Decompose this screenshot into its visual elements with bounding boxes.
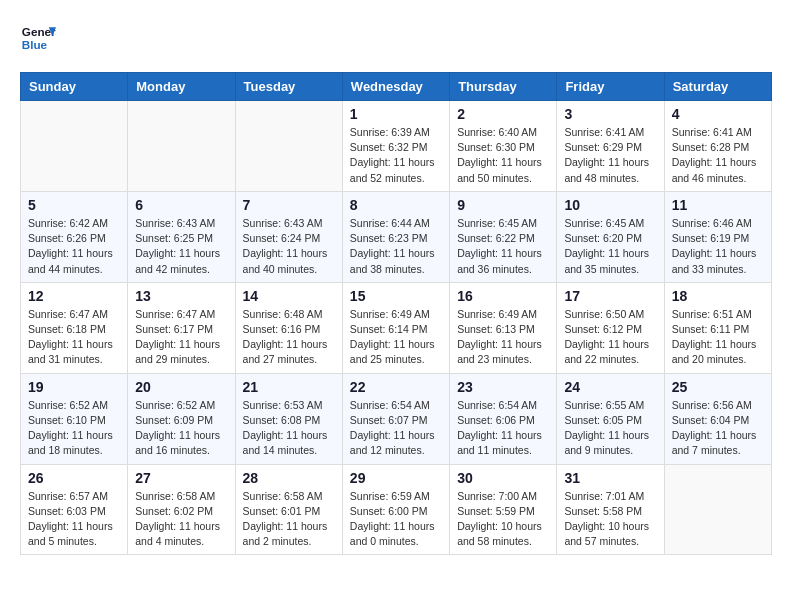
calendar-cell: 3Sunrise: 6:41 AMSunset: 6:29 PMDaylight… [557,101,664,192]
day-number: 8 [350,197,442,213]
calendar-cell: 27Sunrise: 6:58 AMSunset: 6:02 PMDayligh… [128,464,235,555]
day-number: 9 [457,197,549,213]
calendar-cell: 1Sunrise: 6:39 AMSunset: 6:32 PMDaylight… [342,101,449,192]
day-info: Sunrise: 6:49 AMSunset: 6:14 PMDaylight:… [350,307,442,368]
calendar-header-row: SundayMondayTuesdayWednesdayThursdayFrid… [21,73,772,101]
day-info: Sunrise: 6:58 AMSunset: 6:02 PMDaylight:… [135,489,227,550]
day-info: Sunrise: 6:58 AMSunset: 6:01 PMDaylight:… [243,489,335,550]
weekday-header-saturday: Saturday [664,73,771,101]
day-info: Sunrise: 6:45 AMSunset: 6:22 PMDaylight:… [457,216,549,277]
calendar-cell: 25Sunrise: 6:56 AMSunset: 6:04 PMDayligh… [664,373,771,464]
day-number: 31 [564,470,656,486]
day-number: 15 [350,288,442,304]
calendar-cell [664,464,771,555]
day-number: 4 [672,106,764,122]
day-info: Sunrise: 6:59 AMSunset: 6:00 PMDaylight:… [350,489,442,550]
calendar-cell: 15Sunrise: 6:49 AMSunset: 6:14 PMDayligh… [342,282,449,373]
day-number: 25 [672,379,764,395]
calendar-cell: 30Sunrise: 7:00 AMSunset: 5:59 PMDayligh… [450,464,557,555]
calendar-cell: 5Sunrise: 6:42 AMSunset: 6:26 PMDaylight… [21,191,128,282]
day-info: Sunrise: 6:45 AMSunset: 6:20 PMDaylight:… [564,216,656,277]
day-info: Sunrise: 6:39 AMSunset: 6:32 PMDaylight:… [350,125,442,186]
weekday-header-monday: Monday [128,73,235,101]
day-info: Sunrise: 6:49 AMSunset: 6:13 PMDaylight:… [457,307,549,368]
calendar-cell: 31Sunrise: 7:01 AMSunset: 5:58 PMDayligh… [557,464,664,555]
calendar-week-4: 19Sunrise: 6:52 AMSunset: 6:10 PMDayligh… [21,373,772,464]
calendar-cell: 26Sunrise: 6:57 AMSunset: 6:03 PMDayligh… [21,464,128,555]
calendar-cell: 17Sunrise: 6:50 AMSunset: 6:12 PMDayligh… [557,282,664,373]
day-number: 26 [28,470,120,486]
day-number: 28 [243,470,335,486]
calendar-cell: 10Sunrise: 6:45 AMSunset: 6:20 PMDayligh… [557,191,664,282]
calendar-cell: 21Sunrise: 6:53 AMSunset: 6:08 PMDayligh… [235,373,342,464]
day-info: Sunrise: 6:53 AMSunset: 6:08 PMDaylight:… [243,398,335,459]
day-number: 3 [564,106,656,122]
day-number: 23 [457,379,549,395]
day-info: Sunrise: 6:55 AMSunset: 6:05 PMDaylight:… [564,398,656,459]
weekday-header-thursday: Thursday [450,73,557,101]
day-number: 29 [350,470,442,486]
day-number: 13 [135,288,227,304]
calendar-cell: 22Sunrise: 6:54 AMSunset: 6:07 PMDayligh… [342,373,449,464]
calendar-cell: 28Sunrise: 6:58 AMSunset: 6:01 PMDayligh… [235,464,342,555]
day-number: 2 [457,106,549,122]
weekday-header-friday: Friday [557,73,664,101]
day-number: 7 [243,197,335,213]
logo: General Blue [20,20,56,56]
weekday-header-sunday: Sunday [21,73,128,101]
day-info: Sunrise: 6:51 AMSunset: 6:11 PMDaylight:… [672,307,764,368]
day-info: Sunrise: 6:57 AMSunset: 6:03 PMDaylight:… [28,489,120,550]
calendar-cell: 13Sunrise: 6:47 AMSunset: 6:17 PMDayligh… [128,282,235,373]
day-info: Sunrise: 6:48 AMSunset: 6:16 PMDaylight:… [243,307,335,368]
day-number: 21 [243,379,335,395]
calendar-cell: 24Sunrise: 6:55 AMSunset: 6:05 PMDayligh… [557,373,664,464]
calendar-cell: 11Sunrise: 6:46 AMSunset: 6:19 PMDayligh… [664,191,771,282]
day-info: Sunrise: 7:00 AMSunset: 5:59 PMDaylight:… [457,489,549,550]
calendar-week-3: 12Sunrise: 6:47 AMSunset: 6:18 PMDayligh… [21,282,772,373]
day-number: 22 [350,379,442,395]
day-info: Sunrise: 6:43 AMSunset: 6:24 PMDaylight:… [243,216,335,277]
day-info: Sunrise: 7:01 AMSunset: 5:58 PMDaylight:… [564,489,656,550]
calendar-cell: 6Sunrise: 6:43 AMSunset: 6:25 PMDaylight… [128,191,235,282]
day-number: 27 [135,470,227,486]
day-info: Sunrise: 6:43 AMSunset: 6:25 PMDaylight:… [135,216,227,277]
day-number: 11 [672,197,764,213]
day-info: Sunrise: 6:54 AMSunset: 6:06 PMDaylight:… [457,398,549,459]
day-info: Sunrise: 6:44 AMSunset: 6:23 PMDaylight:… [350,216,442,277]
svg-text:Blue: Blue [22,38,48,51]
calendar-cell: 4Sunrise: 6:41 AMSunset: 6:28 PMDaylight… [664,101,771,192]
day-info: Sunrise: 6:47 AMSunset: 6:17 PMDaylight:… [135,307,227,368]
logo-icon: General Blue [20,20,56,56]
day-number: 24 [564,379,656,395]
calendar-cell: 8Sunrise: 6:44 AMSunset: 6:23 PMDaylight… [342,191,449,282]
calendar-week-1: 1Sunrise: 6:39 AMSunset: 6:32 PMDaylight… [21,101,772,192]
day-number: 16 [457,288,549,304]
day-info: Sunrise: 6:50 AMSunset: 6:12 PMDaylight:… [564,307,656,368]
calendar-cell [235,101,342,192]
calendar-cell: 16Sunrise: 6:49 AMSunset: 6:13 PMDayligh… [450,282,557,373]
weekday-header-tuesday: Tuesday [235,73,342,101]
calendar-cell: 7Sunrise: 6:43 AMSunset: 6:24 PMDaylight… [235,191,342,282]
calendar-week-5: 26Sunrise: 6:57 AMSunset: 6:03 PMDayligh… [21,464,772,555]
day-number: 17 [564,288,656,304]
day-number: 19 [28,379,120,395]
day-info: Sunrise: 6:47 AMSunset: 6:18 PMDaylight:… [28,307,120,368]
calendar-cell [21,101,128,192]
day-info: Sunrise: 6:40 AMSunset: 6:30 PMDaylight:… [457,125,549,186]
calendar-cell: 18Sunrise: 6:51 AMSunset: 6:11 PMDayligh… [664,282,771,373]
day-number: 5 [28,197,120,213]
calendar-cell: 20Sunrise: 6:52 AMSunset: 6:09 PMDayligh… [128,373,235,464]
calendar-body: 1Sunrise: 6:39 AMSunset: 6:32 PMDaylight… [21,101,772,555]
calendar-cell [128,101,235,192]
calendar-cell: 2Sunrise: 6:40 AMSunset: 6:30 PMDaylight… [450,101,557,192]
page-header: General Blue [20,20,772,56]
weekday-header-wednesday: Wednesday [342,73,449,101]
day-number: 30 [457,470,549,486]
day-number: 14 [243,288,335,304]
day-number: 10 [564,197,656,213]
day-info: Sunrise: 6:52 AMSunset: 6:10 PMDaylight:… [28,398,120,459]
calendar-week-2: 5Sunrise: 6:42 AMSunset: 6:26 PMDaylight… [21,191,772,282]
calendar-cell: 14Sunrise: 6:48 AMSunset: 6:16 PMDayligh… [235,282,342,373]
day-info: Sunrise: 6:41 AMSunset: 6:29 PMDaylight:… [564,125,656,186]
calendar-cell: 9Sunrise: 6:45 AMSunset: 6:22 PMDaylight… [450,191,557,282]
